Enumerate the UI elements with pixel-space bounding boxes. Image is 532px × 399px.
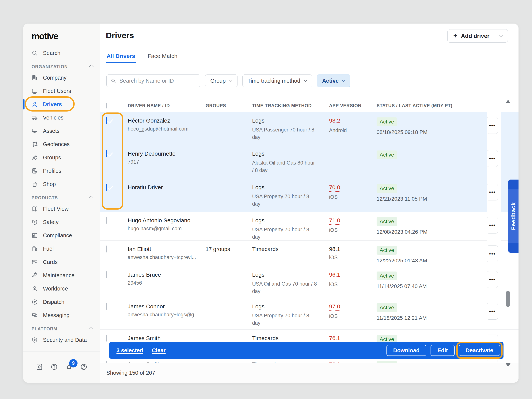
driver-name[interactable]: Héctor Gonzalez [128,117,206,124]
sidebar: motive SearchORGANIZATIONCompanyFleet Us… [23,24,100,383]
sidebar-item-fleet-users[interactable]: Fleet Users [23,84,100,98]
app-version-cell: 98.1 iOS [329,241,377,266]
sidebar-item-label: Fleet Users [43,88,71,94]
sidebar-item-workforce[interactable]: Workforce [23,282,100,295]
sidebar-item-fuel[interactable]: Fuel [23,242,100,255]
sidebar-item-vehicles[interactable]: Vehicles [23,111,100,124]
driver-id-or-email: hugo.hasm@gmail.com [128,226,206,232]
selected-count-link[interactable]: 3 selected [116,347,143,354]
row-checkbox[interactable] [106,246,107,253]
tab-all-drivers[interactable]: All Drivers [106,51,136,63]
sidebar-item-compliance[interactable]: Compliance [23,229,100,242]
row-checkbox[interactable] [106,217,107,224]
app-version[interactable]: 76.1 [329,335,340,343]
sidebar-item-messaging[interactable]: Messaging [23,309,100,322]
app-version[interactable]: 96.1 [329,272,340,279]
sidebar-section-platform[interactable]: PLATFORM [23,322,100,333]
sidebar-section-label: PLATFORM [32,326,57,332]
tracking-ruleset: USA Property 70 hour / 8 day [252,226,329,241]
last-active-timestamp: 11/14/2025 07:40 AM [377,283,487,289]
driver-name[interactable]: James Connor [128,303,206,310]
scroll-down-arrow[interactable] [506,363,511,367]
status-cell: Active 11/18/2025 12:21 AM [377,298,487,329]
driver-name[interactable]: Horatiu Driver [128,184,206,190]
row-menu-button[interactable]: ••• [487,217,498,234]
sidebar-section-products[interactable]: PRODUCTS [23,191,100,202]
help-button[interactable] [51,363,58,371]
sidebar-item-cards[interactable]: Cards [23,255,100,269]
sidebar-item-label: Company [43,75,66,81]
driver-name-cell: James Connor anwesha.chaudhary+logs@g... [128,298,206,329]
sidebar-item-label: Drivers [43,101,62,108]
sidebar-item-label: Vehicles [43,114,63,121]
tab-face-match[interactable]: Face Match [147,51,178,63]
scroll-up-arrow[interactable] [506,100,511,103]
driver-name[interactable]: Ian Elliott [128,246,206,252]
edit-button[interactable]: Edit [431,345,455,356]
sidebar-item-maintenance[interactable]: Maintenance [23,269,100,282]
clear-selection-link[interactable]: Clear [152,347,166,354]
row-menu-button[interactable]: ••• [487,246,498,262]
driver-name[interactable]: Henry DeJournette [128,151,206,157]
row-checkbox[interactable] [106,271,107,278]
time-tracking-method-filter[interactable]: Time tracking method [242,75,312,87]
map-location-button[interactable] [36,363,43,371]
sidebar-item-profiles[interactable]: Profiles [23,164,100,177]
device-os: iOS [329,282,377,287]
app-version[interactable]: 70.0 [329,184,340,192]
row-checkbox[interactable] [106,184,107,191]
sidebar-section-organization[interactable]: ORGANIZATION [23,60,100,71]
row-menu-button[interactable]: ••• [487,303,498,320]
bell-button[interactable]: 9 [65,363,73,371]
app-version[interactable]: 71.0 [329,217,340,225]
app-version-cell: 70.0 iOS [329,179,377,212]
sidebar-item-company[interactable]: Company [23,71,100,84]
sidebar-item-assets[interactable]: Assets [23,124,100,138]
feedback-tab[interactable]: Feedback [508,180,519,253]
chevron-down-icon [342,78,345,82]
sidebar-item-geofences[interactable]: Geofences [23,138,100,151]
add-driver-dropdown-button[interactable] [495,29,508,42]
sidebar-item-dispatch[interactable]: Dispatch [23,295,100,309]
row-checkbox[interactable] [106,150,107,157]
sidebar-item-search[interactable]: Search [23,46,100,60]
driver-name[interactable]: James Bruce [128,272,206,278]
sidebar-item-groups[interactable]: Groups [23,151,100,164]
status-filter[interactable]: Active [317,75,350,87]
sidebar-item-safety[interactable]: Safety [23,215,100,229]
search-icon [111,78,116,84]
row-menu-button[interactable]: ••• [487,271,498,288]
row-checkbox[interactable] [106,117,107,124]
last-active-timestamp: 11/18/2025 12:21 AM [377,315,487,321]
status-badge: Active [377,272,397,280]
groups-link[interactable]: 17 groups [206,246,230,253]
select-all-checkbox[interactable] [106,103,107,108]
search-input[interactable] [119,78,196,84]
account-button[interactable] [80,363,87,371]
table-row: Hugo Antonio Segoviano hugo.hasm@gmail.c… [100,212,519,241]
driver-name[interactable]: Hugo Antonio Segoviano [128,217,206,224]
add-driver-button[interactable]: + Add driver [448,29,495,42]
driver-name-cell: Henry DeJournette 7917 [128,145,206,179]
app-version[interactable]: 93.2 [329,117,340,125]
download-button[interactable]: Download [386,345,427,356]
sidebar-item-fleet-view[interactable]: Fleet View [23,202,100,215]
app-version-cell: 93.2 Android [329,112,377,145]
sidebar-item-shop[interactable]: Shop [23,177,100,191]
group-filter[interactable]: Group [205,75,238,87]
driver-name[interactable]: James Smith [128,335,206,342]
table-row: Horatiu Driver Logs USA Property 70 hour… [100,179,519,212]
row-menu-button[interactable]: ••• [487,117,498,134]
row-menu-button[interactable]: ••• [487,150,498,167]
row-checkbox[interactable] [106,303,107,310]
deactivate-button[interactable]: Deactivate [459,345,500,356]
time-tracking-cell: Logs USA Passenger 70 hour / 8 day [252,112,329,145]
sidebar-item-security-and-data[interactable]: Security and Data [23,333,100,347]
row-checkbox[interactable] [106,335,107,342]
col-groups: GROUPS [206,103,252,108]
app-version[interactable]: 97.0 [329,303,340,311]
row-menu-button[interactable]: ••• [487,184,498,200]
driver-name-cell: Ian Elliott anwesha.chaudhary+tcprevi... [128,241,206,266]
sidebar-item-drivers[interactable]: Drivers [23,98,100,111]
scrollbar-thumb[interactable] [506,291,510,307]
